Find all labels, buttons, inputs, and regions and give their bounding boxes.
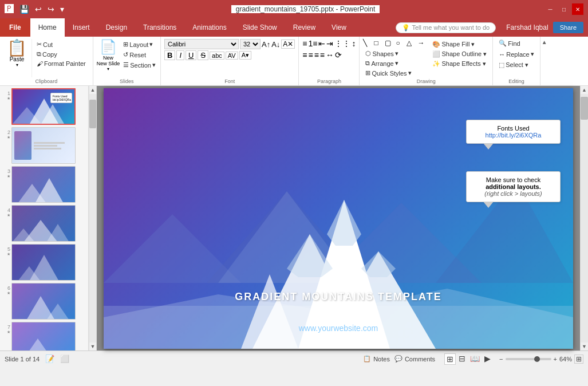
tab-review[interactable]: Review — [285, 18, 323, 37]
justify-button[interactable]: ≡ — [320, 50, 325, 60]
slide-thumbnail-5[interactable]: 5 ★ — [1, 244, 87, 281]
text-direction-button[interactable]: ↔ — [326, 50, 334, 60]
redo-icon[interactable]: ↪ — [45, 3, 57, 15]
main-scroll-up-button[interactable]: ▲ — [581, 86, 588, 94]
zoom-in-button[interactable]: + — [554, 356, 557, 363]
slide-thumbnail-4[interactable]: 4 ★ — [1, 205, 87, 242]
font-family-select[interactable]: Calibri — [164, 39, 239, 49]
main-scroll-down-button[interactable]: ▼ — [581, 342, 588, 350]
share-button[interactable]: Share — [553, 22, 583, 33]
window-title: gradient_mountains_19705.pptx - PowerPoi… — [66, 5, 544, 13]
copy-button[interactable]: ⧉ Copy — [34, 50, 88, 58]
main-slide[interactable]: GRADIENT MOUNTAINS TEMPLATE www.yourwebs… — [104, 88, 573, 349]
maximize-button[interactable]: □ — [558, 3, 570, 15]
slide-thumbnail-7[interactable]: 7 ★ — [1, 322, 87, 350]
font-size-select[interactable]: 32 — [240, 39, 261, 49]
paste-button[interactable]: 📋 Paste ▾ — [2, 39, 32, 77]
increase-font-button[interactable]: A↑ — [262, 40, 270, 49]
columns-button[interactable]: ⋮⋮ — [334, 39, 350, 48]
slide-sorter-button[interactable]: ⊟ — [457, 353, 467, 365]
decrease-indent-button[interactable]: ⇤ — [318, 39, 325, 48]
new-slide-button[interactable]: 📄 New New Slide ▾ — [97, 39, 120, 72]
align-right-button[interactable]: ≡ — [314, 50, 319, 60]
layout-button[interactable]: ⊞ Layout ▾ — [121, 40, 158, 49]
slide-thumbnail-3[interactable]: 3 ★ — [1, 166, 87, 203]
clear-formatting-button[interactable]: A✕ — [281, 40, 295, 49]
slide-thumbnail-2[interactable]: 2 ★ — [1, 127, 87, 164]
svg-marker-23 — [287, 234, 333, 277]
line-spacing-button[interactable]: ↕ — [352, 39, 356, 48]
minimize-button[interactable]: ─ — [544, 3, 556, 15]
new-slide-dropdown-icon[interactable]: ▾ — [107, 66, 109, 72]
align-center-button[interactable]: ≡ — [309, 50, 313, 60]
tab-file[interactable]: File — [0, 18, 30, 37]
shape-round-rect-icon[interactable]: ▢ — [385, 39, 395, 47]
tab-insert[interactable]: Insert — [65, 18, 98, 37]
underline-button[interactable]: U — [186, 50, 196, 60]
slide-thumbnail-6[interactable]: 6 ★ — [1, 283, 87, 320]
fit-to-window-button[interactable]: ⊞ — [574, 355, 583, 364]
tab-slideshow[interactable]: Slide Show — [235, 18, 285, 37]
strikethrough-button[interactable]: S — [198, 50, 208, 60]
italic-button[interactable]: I — [176, 50, 184, 60]
tab-home[interactable]: Home — [30, 18, 65, 37]
normal-view-button[interactable]: ⊞ — [444, 353, 456, 365]
shape-outline-button[interactable]: ⬜ Shape Outline ▾ — [430, 50, 489, 58]
notes-button[interactable]: 📋 Notes — [363, 355, 390, 363]
increase-indent-button[interactable]: ⇥ — [326, 39, 333, 48]
reset-button[interactable]: ↺ Reset — [121, 50, 158, 59]
scroll-up-button[interactable]: ▲ — [89, 86, 97, 94]
comments-button[interactable]: 💬 Comments — [394, 355, 435, 363]
customize-quick-access-icon[interactable]: ▾ — [58, 3, 66, 15]
tell-me-input[interactable]: 💡 Tell me what you want to do — [396, 22, 496, 33]
bold-button[interactable]: B — [164, 50, 175, 60]
convert-smartart-button[interactable]: ⟳ — [335, 50, 342, 60]
arrange-button[interactable]: ⧉ Arrange ▾ — [363, 59, 428, 68]
scroll-thumb[interactable] — [89, 100, 96, 128]
select-button[interactable]: ⬚ Select ▾ — [496, 61, 536, 69]
scroll-down-button[interactable]: ▼ — [89, 342, 97, 350]
undo-icon[interactable]: ↩ — [33, 3, 44, 15]
align-left-button[interactable]: ≡ — [302, 50, 307, 60]
font-color-button[interactable]: A▾ — [239, 51, 251, 60]
zoom-out-button[interactable]: − — [499, 356, 503, 363]
shape-effects-button[interactable]: ✨ Shape Effects ▾ — [430, 60, 489, 68]
decrease-font-button[interactable]: A↓ — [271, 40, 280, 49]
paste-dropdown-icon[interactable]: ▾ — [16, 62, 18, 68]
shape-rect-icon[interactable]: □ — [374, 39, 384, 47]
shape-line-icon[interactable]: ╲ — [363, 39, 373, 47]
main-scrollbar-v[interactable]: ▲ ▼ — [580, 86, 588, 350]
accessibility-icon[interactable]: ⬜ — [60, 355, 69, 363]
bullets-button[interactable]: ≡ — [302, 39, 307, 48]
numbering-button[interactable]: 1≡ — [309, 39, 318, 48]
slide-panel-scrollbar[interactable]: ▲ ▼ — [89, 86, 97, 350]
slide-notes-status-icon[interactable]: 📝 — [45, 355, 54, 363]
close-button[interactable]: ✕ — [572, 3, 583, 15]
shape-oval-icon[interactable]: ○ — [396, 39, 406, 47]
slideshow-view-button[interactable]: ▶ — [483, 353, 492, 365]
shape-fill-button[interactable]: 🎨 Shape Fill ▾ — [430, 40, 489, 49]
tab-view[interactable]: View — [323, 18, 354, 37]
save-icon[interactable]: 💾 — [17, 3, 31, 15]
shapes-button[interactable]: ⬡ Shapes ▾ — [363, 49, 428, 58]
section-button[interactable]: ☰ Section ▾ — [121, 61, 158, 69]
slide-thumbnail-1[interactable]: 1 ★ Fonts Usedbit.ly/2i6XQRa — [1, 88, 87, 125]
tab-design[interactable]: Design — [98, 18, 135, 37]
zoom-slider[interactable] — [506, 358, 551, 360]
replace-button[interactable]: ↔ Replace ▾ — [496, 50, 536, 58]
ribbon-collapse-button[interactable]: ▲ — [540, 37, 548, 85]
character-spacing-button[interactable]: AV — [226, 52, 238, 60]
tab-animations[interactable]: Animations — [184, 18, 234, 37]
tab-transitions[interactable]: Transitions — [135, 18, 184, 37]
cut-button[interactable]: ✂ Cut — [34, 40, 88, 49]
slides-group: 📄 New New Slide ▾ ⊞ Layout ▾ ↺ Reset ☰ S… — [93, 37, 161, 85]
shape-triangle-icon[interactable]: △ — [407, 39, 417, 47]
reading-view-button[interactable]: 📖 — [468, 353, 482, 365]
zoom-slider-thumb[interactable] — [534, 356, 540, 362]
text-shadow-button[interactable]: abc — [210, 52, 224, 60]
main-scroll-thumb[interactable] — [581, 97, 588, 120]
format-painter-button[interactable]: 🖌 Format Painter — [34, 60, 88, 68]
quick-styles-button[interactable]: ⊞ Quick Styles ▾ — [363, 69, 428, 77]
shape-arrow-icon[interactable]: → — [417, 39, 428, 47]
find-button[interactable]: 🔍 Find — [496, 39, 536, 48]
